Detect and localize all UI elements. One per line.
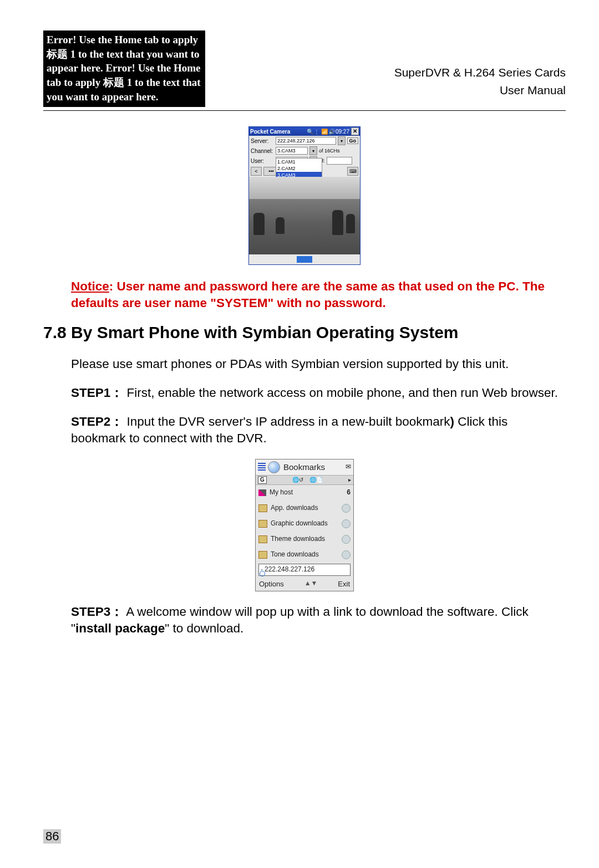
step3-paragraph: STEP3： A welcome window will pop up with… — [71, 604, 566, 636]
symbian-window: Bookmarks ✉ G 🌐↺ 🌐📄 ▸ My host 6 — [255, 459, 354, 591]
section-heading: 7.8 By Smart Phone with Symbian Operatin… — [43, 321, 566, 344]
folder-icon — [258, 504, 267, 512]
video-preview — [249, 177, 360, 254]
signal-bars-icon — [258, 463, 266, 472]
pocket-camera-window: Pocket Camera 🔍 ⋮⋮ 📶 🔊 09:27 ✕ Server: 2… — [248, 126, 361, 265]
row-badge: 6 — [347, 488, 351, 497]
tab-icons[interactable]: 🌐↺ 🌐📄 — [269, 476, 346, 483]
search-icon: 🔍 — [307, 129, 312, 134]
bookmark-row-tone[interactable]: Tone downloads — [256, 547, 353, 563]
channel-dropdown-list[interactable]: 1.CAM1 2.CAM2 3.CAM3 — [276, 158, 322, 179]
globe-icon — [268, 461, 280, 473]
pocket-time: 09:27 — [336, 129, 349, 135]
dropdown-option-cam2[interactable]: 2.CAM2 — [276, 165, 322, 172]
pocket-title: Pocket Camera — [250, 129, 305, 135]
mail-icon: ✉ — [346, 463, 351, 472]
close-icon[interactable]: ✕ — [351, 127, 359, 135]
doc-title-line1: SuperDVR & H.264 Series Cards — [205, 64, 566, 81]
server-input[interactable]: 222.248.227.126 — [276, 137, 336, 145]
bookmark-row-theme[interactable]: Theme downloads — [256, 532, 353, 547]
server-label: Server: — [251, 138, 274, 144]
doc-title-line2: User Manual — [205, 81, 566, 99]
folder-icon — [258, 551, 267, 559]
folder-icon — [258, 535, 267, 543]
signal-icon: 📶 — [321, 129, 327, 134]
address-input[interactable]: 222.248.227.126 — [258, 564, 351, 576]
header-error-box: Error! Use the Home tab to apply 标题 1 to… — [43, 30, 205, 107]
step2-paragraph: STEP2： Input the DVR server's IP address… — [71, 413, 566, 446]
tab-g[interactable]: G — [258, 476, 267, 484]
pwd-input[interactable] — [327, 157, 352, 165]
bookmark-row-graphic[interactable]: Graphic downloads — [256, 516, 353, 532]
intro-paragraph: Please use smart phones or PDAs with Sym… — [71, 356, 566, 372]
nav-updown-icon[interactable]: ▲▼ — [284, 579, 338, 588]
tab-arrow-icon[interactable]: ▸ — [346, 476, 353, 483]
nav-prev-button[interactable]: < — [251, 167, 262, 176]
notice-text: Notice: User name and password here are … — [43, 278, 566, 311]
page-icon — [261, 569, 262, 570]
channel-input[interactable]: 3.CAM3 — [276, 147, 308, 155]
bookmark-row-app[interactable]: App. downloads — [256, 501, 353, 516]
step1-paragraph: STEP1： First, enable the network access … — [71, 385, 566, 401]
folder-icon — [258, 520, 267, 528]
user-label: User: — [251, 158, 274, 164]
symbian-title: Bookmarks — [283, 462, 325, 473]
channel-suffix: of 16CHs — [319, 148, 340, 154]
speaker-icon: 🔊 — [328, 129, 334, 134]
network-icon: ⋮⋮ — [314, 129, 319, 134]
page-number: 86 — [43, 829, 61, 844]
channel-label: Channel: — [251, 148, 274, 154]
bookmark-row-myhost[interactable]: My host 6 — [256, 485, 353, 501]
go-button[interactable]: Go — [347, 137, 359, 144]
dropdown-option-cam1[interactable]: 1.CAM1 — [276, 159, 322, 165]
channel-dropdown-icon[interactable]: ▾ — [309, 146, 317, 155]
exit-softkey[interactable]: Exit — [338, 579, 350, 589]
options-softkey[interactable]: Options — [259, 579, 284, 589]
logo-icon — [297, 256, 312, 263]
server-dropdown-icon[interactable]: ▾ — [338, 136, 346, 145]
keyboard-icon[interactable]: ⌨ — [347, 167, 358, 176]
pencil-icon — [258, 489, 266, 496]
